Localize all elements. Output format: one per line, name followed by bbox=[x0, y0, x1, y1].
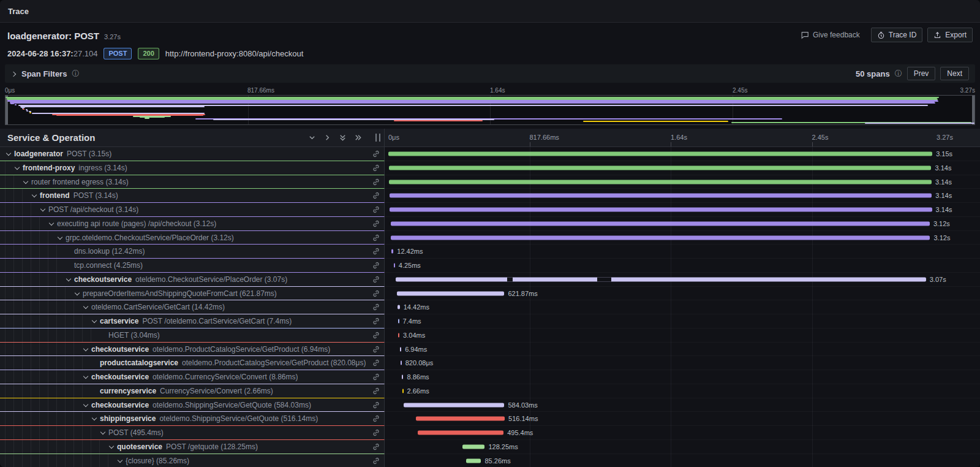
chevron-down-icon[interactable] bbox=[48, 220, 55, 227]
chevron-down-icon[interactable] bbox=[82, 401, 89, 409]
export-button[interactable]: Export bbox=[927, 28, 973, 42]
minimap-canvas[interactable] bbox=[5, 95, 975, 125]
span-link-icon[interactable] bbox=[372, 359, 380, 367]
minimap-right-handle[interactable] bbox=[972, 96, 974, 124]
span-link-icon[interactable] bbox=[372, 219, 380, 228]
span-name-cell[interactable]: checkoutserviceoteldemo.ShippingService/… bbox=[0, 398, 385, 412]
expand-all-icon[interactable] bbox=[354, 134, 362, 142]
chevron-down-icon[interactable] bbox=[22, 178, 29, 186]
span-name-cell[interactable]: quoteservicePOST /getquote (128.25ms) bbox=[0, 440, 385, 454]
span-duration-bar[interactable] bbox=[466, 458, 481, 463]
span-filters-label[interactable]: Span Filters bbox=[21, 69, 67, 78]
chevron-down-icon[interactable] bbox=[56, 234, 64, 241]
span-duration-bar[interactable] bbox=[391, 249, 394, 254]
span-duration-bar[interactable] bbox=[398, 333, 399, 337]
span-name-cell[interactable]: checkoutserviceoteldemo.CurrencyService/… bbox=[0, 370, 385, 384]
span-name-cell[interactable]: router frontend egress (3.14s) bbox=[0, 175, 385, 189]
chevron-down-icon[interactable] bbox=[39, 206, 47, 213]
span-link-icon[interactable] bbox=[372, 414, 380, 423]
chevron-down-icon[interactable] bbox=[65, 276, 72, 283]
span-name-cell[interactable]: HGET (3.04ms) bbox=[0, 328, 385, 343]
span-name-cell[interactable]: shippingserviceoteldemo.ShippingService/… bbox=[0, 412, 385, 426]
chevron-down-icon[interactable] bbox=[99, 429, 107, 436]
span-name-cell[interactable]: productcatalogserviceoteldemo.ProductCat… bbox=[0, 356, 385, 370]
span-link-icon[interactable] bbox=[372, 317, 380, 325]
span-duration-bar[interactable] bbox=[401, 361, 402, 365]
span-duration-bar[interactable] bbox=[390, 194, 932, 198]
span-name-cell[interactable]: frontend-proxyingress (3.14s) bbox=[0, 161, 385, 175]
span-name-cell[interactable]: executing api route (pages) /api/checkou… bbox=[0, 217, 385, 231]
span-link-icon[interactable] bbox=[372, 247, 380, 256]
span-duration-bar[interactable] bbox=[402, 389, 404, 393]
expand-one-icon[interactable] bbox=[323, 134, 331, 142]
span-link-icon[interactable] bbox=[372, 303, 380, 311]
span-duration-bar[interactable] bbox=[418, 431, 503, 435]
span-link-icon[interactable] bbox=[372, 428, 380, 437]
span-duration-bar[interactable] bbox=[396, 277, 926, 281]
span-link-icon[interactable] bbox=[372, 150, 380, 158]
span-name-cell[interactable]: cartservicePOST /oteldemo.CartService/Ge… bbox=[0, 314, 385, 328]
span-duration-bar[interactable] bbox=[394, 264, 395, 268]
chevron-down-icon[interactable] bbox=[82, 303, 89, 311]
span-duration-bar[interactable] bbox=[400, 347, 401, 351]
span-link-icon[interactable] bbox=[372, 234, 380, 242]
span-duration-bar[interactable] bbox=[404, 403, 505, 407]
span-duration-bar[interactable] bbox=[397, 291, 504, 295]
trace-id-button[interactable]: Trace ID bbox=[871, 28, 923, 42]
next-button[interactable]: Next bbox=[940, 67, 969, 80]
chevron-down-icon[interactable] bbox=[31, 192, 38, 199]
collapse-all-icon[interactable] bbox=[339, 134, 347, 142]
span-duration-bar[interactable] bbox=[462, 444, 484, 449]
prev-button[interactable]: Prev bbox=[907, 67, 936, 80]
span-duration-bar[interactable] bbox=[388, 152, 932, 156]
span-name-cell[interactable]: {closure} (85.26ms) bbox=[0, 454, 385, 467]
chevron-down-icon[interactable] bbox=[116, 457, 124, 465]
span-name-cell[interactable]: tcp.connect (4.25ms) bbox=[0, 259, 385, 273]
collapse-one-icon[interactable] bbox=[308, 134, 316, 142]
chevron-down-icon[interactable] bbox=[82, 373, 89, 381]
span-link-icon[interactable] bbox=[372, 178, 380, 186]
span-name-cell[interactable]: POST (495.4ms) bbox=[0, 426, 385, 440]
span-duration-bar[interactable] bbox=[416, 417, 505, 421]
span-link-icon[interactable] bbox=[372, 191, 380, 200]
span-name-cell[interactable]: frontendPOST (3.14s) bbox=[0, 189, 385, 203]
chevron-down-icon[interactable] bbox=[5, 150, 12, 158]
span-duration-bar[interactable] bbox=[391, 235, 930, 240]
column-resizer-handle[interactable] bbox=[375, 134, 380, 142]
span-name-cell[interactable]: checkoutserviceoteldemo.ProductCatalogSe… bbox=[0, 343, 385, 357]
span-link-icon[interactable] bbox=[372, 345, 380, 354]
span-duration-bar[interactable] bbox=[390, 208, 932, 212]
span-name-cell[interactable]: checkoutserviceoteldemo.CheckoutService/… bbox=[0, 273, 385, 287]
span-link-icon[interactable] bbox=[372, 205, 380, 214]
span-duration-bar[interactable] bbox=[398, 319, 399, 324]
span-name-cell[interactable]: oteldemo.CartService/GetCart (14.42ms) bbox=[0, 300, 385, 314]
span-name-cell[interactable]: POST /api/checkout (3.14s) bbox=[0, 203, 385, 217]
span-duration-bar[interactable] bbox=[398, 305, 400, 309]
span-duration-bar[interactable] bbox=[389, 165, 931, 170]
span-duration-bar[interactable] bbox=[402, 375, 403, 379]
span-name-cell[interactable]: prepareOrderItemsAndShippingQuoteFromCar… bbox=[0, 287, 385, 301]
span-link-icon[interactable] bbox=[372, 331, 380, 340]
span-link-icon[interactable] bbox=[372, 289, 380, 298]
span-link-icon[interactable] bbox=[372, 401, 380, 409]
span-link-icon[interactable] bbox=[372, 275, 380, 284]
chevron-down-icon[interactable] bbox=[108, 443, 115, 450]
span-link-icon[interactable] bbox=[372, 387, 380, 395]
chevron-down-icon[interactable] bbox=[91, 317, 98, 325]
span-link-icon[interactable] bbox=[372, 442, 380, 451]
span-name-cell[interactable]: currencyserviceCurrencyService/Convert (… bbox=[0, 384, 385, 398]
give-feedback-button[interactable]: Give feedback bbox=[794, 28, 866, 42]
span-link-icon[interactable] bbox=[372, 457, 380, 465]
chevron-down-icon[interactable] bbox=[74, 290, 81, 297]
span-link-icon[interactable] bbox=[372, 261, 380, 270]
chevron-down-icon[interactable] bbox=[91, 415, 98, 422]
chevron-down-icon[interactable] bbox=[13, 164, 21, 172]
chevron-down-icon[interactable] bbox=[82, 346, 89, 353]
span-duration-bar[interactable] bbox=[389, 180, 932, 184]
span-link-icon[interactable] bbox=[372, 164, 380, 172]
chevron-right-icon[interactable] bbox=[11, 71, 17, 77]
span-duration-bar[interactable] bbox=[391, 221, 930, 226]
span-name-cell[interactable]: grpc.oteldemo.CheckoutService/PlaceOrder… bbox=[0, 231, 385, 245]
span-link-icon[interactable] bbox=[372, 373, 380, 381]
span-name-cell[interactable]: dns.lookup (12.42ms) bbox=[0, 245, 385, 259]
